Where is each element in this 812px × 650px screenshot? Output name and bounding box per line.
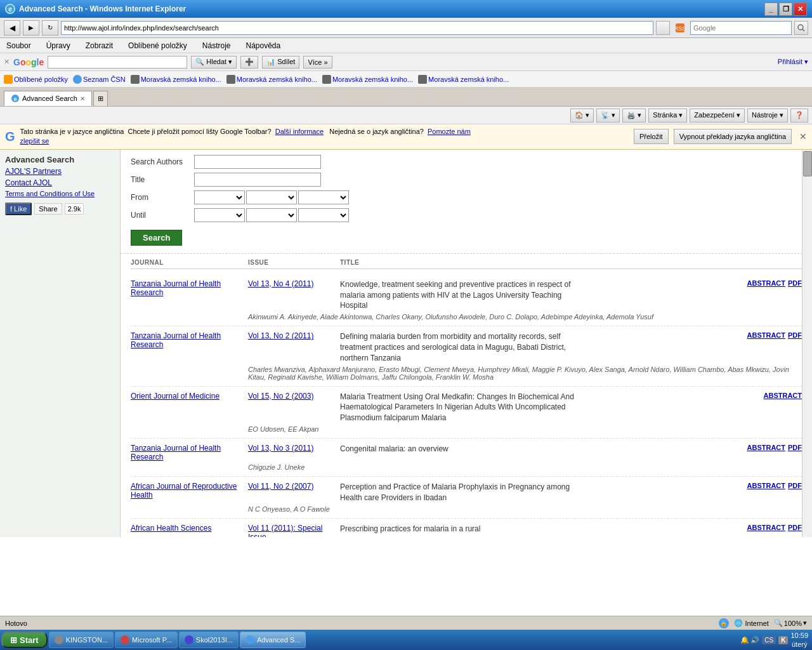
journal-link-1[interactable]: Tanzania Journal of Health Research: [131, 331, 221, 349]
issue-link-5[interactable]: Vol 11 (2011): Special Issue: [248, 524, 322, 537]
kingston-label: KINGSTON...: [66, 636, 108, 644]
home-button[interactable]: 🏠 ▾: [570, 109, 594, 123]
sidebar-link-terms[interactable]: Terms and Conditions of Use: [5, 190, 115, 197]
fav-oblibene[interactable]: Oblíbené položky: [4, 75, 68, 84]
pdf-link-0[interactable]: PDF: [788, 279, 802, 311]
fav-moravska-4[interactable]: Moravská zemská kniho...: [418, 75, 509, 84]
facebook-share-button[interactable]: Share: [34, 203, 62, 215]
vypnout-button[interactable]: Vypnout překlady jazyka angličtina: [674, 129, 792, 144]
search-button[interactable]: Search: [131, 230, 182, 246]
google-toolbar-search[interactable]: [48, 56, 187, 69]
zoom-icon: 🔍: [774, 619, 783, 627]
abstract-link-0[interactable]: ABSTRACT: [747, 279, 786, 311]
fav-moravska-3[interactable]: Moravská zemská kniho...: [322, 75, 413, 84]
hledat-button[interactable]: 🔍 Hledat ▾: [191, 56, 237, 69]
tab-advanced-search[interactable]: e Advanced Search ✕: [4, 91, 92, 106]
close-button[interactable]: ✕: [794, 3, 807, 16]
restore-button[interactable]: ❐: [779, 3, 792, 16]
forward-button[interactable]: ▶: [23, 20, 39, 36]
abstract-link-3[interactable]: ABSTRACT: [747, 444, 786, 454]
sidebar-link-contact[interactable]: Contact AJOL: [5, 178, 115, 187]
rss-button[interactable]: 📡 ▾: [596, 109, 620, 123]
prihlasit-link[interactable]: Přihlásit ▾: [778, 58, 808, 66]
start-button[interactable]: ⊞ Start: [1, 632, 48, 648]
menu-zobrazit[interactable]: Zobrazit: [83, 40, 115, 51]
pomozme-nam-link[interactable]: Pomozte nám: [428, 128, 471, 135]
minimize-button[interactable]: _: [764, 3, 778, 16]
fav-seznam-csn[interactable]: Seznam ČSN: [73, 75, 126, 84]
toolbar-close[interactable]: ✕: [4, 58, 10, 66]
until-year-select[interactable]: [298, 208, 349, 222]
menu-soubor[interactable]: Soubor: [4, 40, 34, 51]
taskbar-item-advanced[interactable]: Advanced S...: [240, 632, 306, 648]
facebook-box: f Like Share 2.9k: [5, 202, 115, 215]
favorites-bar: Oblíbené položky Seznam ČSN Moravská zem…: [0, 71, 812, 88]
help-button[interactable]: ❓: [790, 109, 808, 123]
dalsi-informace-link[interactable]: Další informace: [275, 128, 324, 135]
search-authors-input[interactable]: [194, 155, 321, 169]
journal-link-2[interactable]: Orient Journal of Medicine: [131, 392, 219, 401]
zabezpeceni-button[interactable]: Zabezpečení ▾: [690, 109, 745, 123]
sidebar-link-partners[interactable]: AJOL'S Partners: [5, 167, 115, 176]
scrollbar[interactable]: [802, 150, 812, 537]
issue-link-1[interactable]: Vol 13, No 2 (2011): [248, 331, 313, 340]
nastroje-cmd-button[interactable]: Nástroje ▾: [747, 109, 788, 123]
toolbar-plus[interactable]: ➕: [240, 56, 258, 69]
refresh-button[interactable]: ↻: [42, 20, 58, 36]
pdf-link-1[interactable]: PDF: [788, 331, 802, 363]
stranka-button[interactable]: Stránka ▾: [648, 109, 687, 123]
menu-napoveda[interactable]: Nápověda: [244, 40, 284, 51]
abstract-link-1[interactable]: ABSTRACT: [747, 331, 786, 363]
new-tab-icon: ⊞: [98, 95, 103, 103]
abstract-link-5[interactable]: ABSTRACT: [747, 524, 786, 534]
from-year-select[interactable]: [298, 190, 349, 204]
pdf-link-4[interactable]: PDF: [788, 482, 802, 503]
print-button[interactable]: 🖨️ ▾: [622, 109, 646, 123]
sdilet-button[interactable]: 📊 Sdílet: [262, 56, 299, 69]
prelozit-button[interactable]: Přeložit: [634, 129, 669, 144]
result-main-3: Tanzania Journal of Health Research Vol …: [131, 444, 802, 461]
title-input[interactable]: [194, 173, 321, 187]
vice-button[interactable]: Více »: [303, 56, 332, 69]
from-day-select[interactable]: [246, 190, 297, 204]
until-month-select[interactable]: [194, 208, 245, 222]
translation-close-button[interactable]: ✕: [799, 131, 807, 142]
result-row-0: Tanzania Journal of Health Research Vol …: [131, 274, 802, 326]
issue-link-0[interactable]: Vol 13, No 4 (2011): [248, 279, 313, 288]
menu-upravy[interactable]: Úpravy: [44, 40, 73, 51]
until-day-select[interactable]: [246, 208, 297, 222]
google-search-button[interactable]: [794, 21, 808, 35]
menu-oblibene[interactable]: Oblíbené položky: [126, 40, 190, 51]
zlepsit-link[interactable]: zlepšit se: [20, 137, 49, 145]
google-search-input[interactable]: [690, 21, 792, 35]
go-button[interactable]: [656, 21, 670, 35]
abstract-link-2[interactable]: ABSTRACT: [764, 392, 802, 423]
status-bar: Hotovo 🔒 🌐 Internet 🔍 100% ▾: [0, 616, 812, 630]
menu-nastroje[interactable]: Nástroje: [200, 40, 233, 51]
status-zoom: 🔍 100% ▾: [774, 619, 807, 627]
issue-link-2[interactable]: Vol 15, No 2 (2003): [248, 392, 313, 401]
pdf-link-3[interactable]: PDF: [788, 444, 802, 454]
taskbar-item-microsoft[interactable]: Microsoft P...: [115, 632, 178, 648]
taskbar-item-kingston[interactable]: KINGSTON...: [49, 632, 114, 648]
journal-link-5[interactable]: African Health Sciences: [131, 524, 211, 533]
address-input[interactable]: [61, 21, 653, 35]
journal-link-3[interactable]: Tanzania Journal of Health Research: [131, 444, 221, 461]
journal-link-4[interactable]: African Journal of Reproductive Health: [131, 482, 237, 500]
from-month-select[interactable]: [194, 190, 245, 204]
facebook-like-button[interactable]: f Like: [5, 202, 32, 215]
title-row: Title: [131, 173, 802, 187]
back-button[interactable]: ◀: [4, 20, 20, 36]
fav-moravska-1[interactable]: Moravská zemská kniho...: [131, 75, 221, 84]
abstract-link-4[interactable]: ABSTRACT: [747, 482, 786, 503]
pdf-link-5[interactable]: PDF: [788, 524, 802, 534]
tab-close-button[interactable]: ✕: [80, 95, 85, 102]
taskbar-item-skol[interactable]: Skol2013I...: [179, 632, 239, 648]
fav-moravska-2[interactable]: Moravská zemská kniho...: [226, 75, 317, 84]
svg-text:RSS: RSS: [676, 25, 684, 32]
issue-link-3[interactable]: Vol 13, No 3 (2011): [248, 444, 313, 453]
tab-new[interactable]: ⊞: [93, 91, 108, 106]
issue-link-4[interactable]: Vol 11, No 2 (2007): [248, 482, 313, 491]
journal-link-0[interactable]: Tanzania Journal of Health Research: [131, 279, 221, 297]
ie-fav-icon: [73, 75, 82, 84]
